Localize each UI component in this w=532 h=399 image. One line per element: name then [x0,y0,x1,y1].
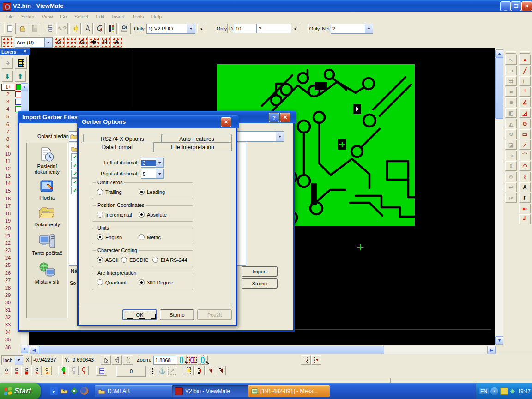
scroll-down-icon[interactable]: ▼ [495,336,504,345]
layer-table-button[interactable] [15,57,27,69]
resize-region-button[interactable]: ↗ [301,355,311,365]
view-lines-button[interactable] [31,366,42,375]
close-icon[interactable]: ✕ [23,49,27,54]
highlight-pad-button[interactable] [93,23,105,34]
close-icon[interactable]: ✕ [221,117,231,127]
dcode-flash-button[interactable]: ✱ [88,36,99,48]
hole-mark-button[interactable] [216,366,226,375]
anchor-button[interactable]: ⚓ [157,366,167,375]
dcode-back-button[interactable]: < [291,24,300,33]
undo-button[interactable]: ↩ [505,182,517,192]
via-mark-button[interactable]: ss [205,366,215,375]
draw-angle-button[interactable]: ∠ [519,97,531,107]
draw-label-button[interactable]: L [519,193,531,203]
only-layer-button[interactable]: Only [133,23,145,34]
open-file-button[interactable] [17,23,28,34]
place-computer[interactable]: Tento počítač [27,234,67,256]
layer-back-button[interactable]: < [197,24,206,33]
zoom-selection-button[interactable] [187,355,197,365]
dcode-h-button[interactable]: H [100,36,111,48]
menu-help[interactable]: Help [148,12,166,21]
firefox-quicklaunch-icon[interactable] [80,387,88,395]
tile-windows-button[interactable] [96,366,107,376]
pad-mark-button[interactable] [194,366,205,375]
radio-ebcdic[interactable]: EBCDIC [121,257,149,263]
zoom-in-button[interactable] [176,355,187,365]
menu-file[interactable]: File [2,12,18,21]
draw-arc-dot-button[interactable]: ◠ [519,161,531,171]
highlight-on-button[interactable] [58,366,68,375]
chevron-down-icon[interactable] [156,158,163,167]
chevron-down-icon[interactable] [276,132,284,141]
draw-arc-button[interactable]: ⌒ [519,151,531,160]
inspect-ruler-button[interactable] [118,23,131,34]
task-viewmate[interactable]: V2.bin - ViewMate [172,385,251,397]
place-desktop[interactable]: Plocha [27,179,67,200]
help-icon[interactable]: ? [269,113,279,122]
new-file-button[interactable] [4,23,16,34]
select-region-button[interactable] [311,355,321,365]
tab-data-format[interactable]: Data Format [81,142,154,152]
stretch-button[interactable]: ⇕ [505,161,517,171]
radio-ascii[interactable]: ASCII [97,257,119,263]
draw-circle-button[interactable]: ⊙ [519,119,531,128]
menu-setup[interactable]: Setup [18,12,38,21]
view-traces-button[interactable] [11,366,21,375]
flip-button[interactable]: ◭ [505,119,517,128]
highlight-net-button[interactable] [79,366,89,375]
hide-tray-icons-icon[interactable]: ‹ [490,387,498,395]
menu-insert[interactable]: Insert [108,12,128,21]
relative-move-button[interactable]: ↗ [167,366,177,375]
task-messenger-alert[interactable]: [191-482-091] - Mess... [248,385,330,397]
radio-incremental[interactable]: Incremental [97,212,132,218]
layers-scroll-up-icon[interactable]: ▲ [21,83,28,91]
view-flashes-button[interactable] [21,366,31,375]
highlight-off-button[interactable] [68,366,79,375]
restore-button[interactable]: ❐ [511,1,521,11]
menu-select[interactable]: Select [71,12,92,21]
block-fill-1-button[interactable]: ■ [505,87,517,97]
draw-s-curve-button[interactable]: ≀ [519,172,531,181]
measure-tool-button[interactable] [81,23,93,34]
ok-button[interactable]: OK [122,309,157,320]
block-fill-2-button[interactable]: ■ [505,97,517,107]
vscroll-thumb[interactable] [495,58,504,119]
folder-quicklaunch-icon[interactable] [60,387,68,395]
zoom-window-button[interactable] [198,355,208,365]
copy-item-button[interactable]: ⇉ [505,76,517,86]
clear-view-button[interactable] [69,23,81,34]
gerber-cancel-button[interactable]: Storno [160,309,194,320]
tray-flower-icon[interactable]: ✳ [510,388,515,395]
draw-triangle-button[interactable]: ◿ [519,108,531,118]
tray-notes-icon[interactable] [500,388,508,395]
mirror-button[interactable]: ◧ [505,108,517,118]
chevron-down-icon[interactable] [187,24,195,33]
chevron-down-icon[interactable] [156,169,163,178]
draw-chord-button[interactable]: ∕ [519,140,531,150]
layers-scroll-down-icon[interactable]: ▼ [21,345,28,353]
scale-button[interactable]: ◪ [505,140,517,150]
cut-button[interactable]: ✂ [505,193,517,203]
only-net-button[interactable]: Only [308,24,320,33]
minimize-button[interactable]: _ [500,1,511,11]
unit-combo[interactable]: inch [1,355,23,365]
import-cancel-button[interactable]: Storno [242,278,278,289]
hscroll-thumb[interactable] [39,346,384,354]
radio-eia-rs244[interactable]: EIA RS-244 [152,257,187,263]
dcode-text-button[interactable]: A [111,36,122,48]
only-dcode-button[interactable]: Only [216,24,228,33]
app-quicklaunch-icon[interactable] [70,387,78,395]
scroll-right-icon[interactable]: ▶ [487,346,496,354]
draw-dimension-button[interactable]: ⇤ [519,204,531,213]
right-of-decimal-combo[interactable]: 5 [141,169,164,179]
import-button[interactable]: Import [242,266,278,277]
radio-leading[interactable]: Leading [139,189,165,195]
menu-view[interactable]: View [38,12,56,21]
layer-select-combo[interactable]: 1) V2.PHO [146,24,195,34]
radio-quadrant[interactable]: Quadrant [97,279,127,285]
view-polygons-button[interactable] [42,366,52,375]
close-button[interactable]: ✕ [521,1,532,11]
menu-tools[interactable]: Tools [128,12,148,21]
canvas-hscrollbar[interactable]: ◀ ▶ [29,346,495,354]
radio-english[interactable]: English [97,234,122,240]
